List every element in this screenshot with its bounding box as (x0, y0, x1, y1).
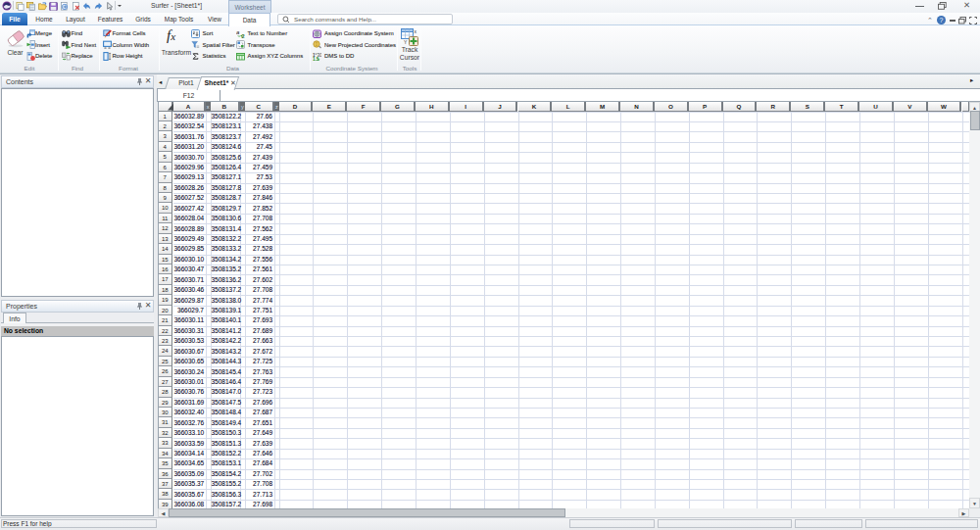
svg-text:Y: Y (404, 39, 408, 45)
svg-text:2: 2 (241, 32, 244, 37)
svg-text:x: x (415, 28, 417, 34)
svg-text:a: a (236, 29, 240, 35)
